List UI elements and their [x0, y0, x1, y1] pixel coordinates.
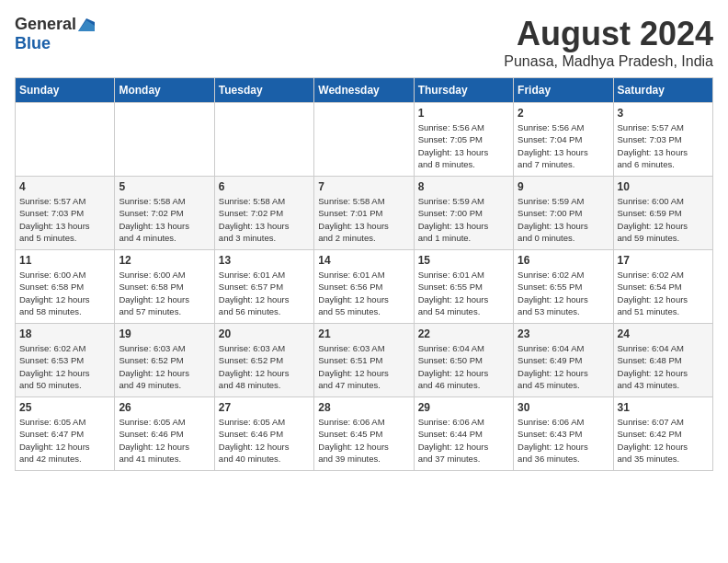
calendar-cell: 8Sunrise: 5:59 AM Sunset: 7:00 PM Daylig…	[414, 177, 513, 250]
weekday-header-thursday: Thursday	[414, 78, 513, 103]
day-info: Sunrise: 6:05 AM Sunset: 6:47 PM Dayligh…	[19, 416, 110, 465]
day-number: 20	[219, 327, 310, 340]
day-info: Sunrise: 6:02 AM Sunset: 6:53 PM Dayligh…	[19, 342, 110, 391]
calendar-cell: 29Sunrise: 6:06 AM Sunset: 6:44 PM Dayli…	[414, 397, 513, 471]
day-number: 10	[618, 180, 709, 193]
calendar-cell: 18Sunrise: 6:02 AM Sunset: 6:53 PM Dayli…	[16, 324, 115, 397]
calendar-cell: 16Sunrise: 6:02 AM Sunset: 6:55 PM Dayli…	[514, 250, 613, 324]
calendar-cell: 10Sunrise: 6:00 AM Sunset: 6:59 PM Dayli…	[613, 177, 712, 250]
day-info: Sunrise: 6:00 AM Sunset: 6:58 PM Dayligh…	[119, 269, 210, 317]
logo-icon	[78, 18, 95, 31]
day-number: 3	[618, 107, 709, 120]
weekday-header-friday: Friday	[514, 78, 613, 103]
day-number: 27	[219, 401, 310, 414]
day-info: Sunrise: 6:06 AM Sunset: 6:43 PM Dayligh…	[518, 416, 609, 465]
logo-general-text: General	[15, 15, 76, 34]
calendar-cell	[314, 103, 414, 177]
calendar-cell: 26Sunrise: 6:05 AM Sunset: 6:46 PM Dayli…	[115, 397, 214, 471]
day-number: 9	[518, 180, 609, 193]
logo-blue-text: Blue	[15, 34, 51, 53]
weekday-header-tuesday: Tuesday	[214, 78, 313, 103]
day-info: Sunrise: 5:56 AM Sunset: 7:05 PM Dayligh…	[418, 121, 509, 170]
weekday-header-monday: Monday	[115, 78, 214, 103]
day-number: 8	[418, 180, 509, 193]
day-number: 15	[418, 254, 509, 267]
calendar-cell: 20Sunrise: 6:03 AM Sunset: 6:52 PM Dayli…	[214, 324, 313, 397]
week-row-5: 25Sunrise: 6:05 AM Sunset: 6:47 PM Dayli…	[16, 397, 713, 471]
day-number: 2	[518, 107, 609, 120]
day-number: 21	[318, 327, 409, 340]
calendar-cell	[115, 103, 214, 177]
week-row-4: 18Sunrise: 6:02 AM Sunset: 6:53 PM Dayli…	[16, 324, 713, 397]
day-number: 22	[418, 327, 509, 340]
day-info: Sunrise: 6:04 AM Sunset: 6:48 PM Dayligh…	[618, 342, 709, 391]
day-info: Sunrise: 6:07 AM Sunset: 6:42 PM Dayligh…	[618, 416, 709, 465]
title-section: August 2024 Punasa, Madhya Pradesh, Indi…	[504, 15, 713, 70]
day-info: Sunrise: 5:58 AM Sunset: 7:02 PM Dayligh…	[219, 195, 310, 244]
calendar-cell: 5Sunrise: 5:58 AM Sunset: 7:02 PM Daylig…	[115, 177, 214, 250]
logo: General Blue	[15, 15, 95, 53]
day-number: 26	[119, 401, 210, 414]
day-info: Sunrise: 6:01 AM Sunset: 6:56 PM Dayligh…	[318, 269, 409, 317]
calendar-cell: 15Sunrise: 6:01 AM Sunset: 6:55 PM Dayli…	[414, 250, 513, 324]
day-number: 25	[19, 401, 110, 414]
day-number: 1	[418, 107, 509, 120]
calendar-cell: 22Sunrise: 6:04 AM Sunset: 6:50 PM Dayli…	[414, 324, 513, 397]
weekday-header-wednesday: Wednesday	[314, 78, 414, 103]
day-info: Sunrise: 5:57 AM Sunset: 7:03 PM Dayligh…	[19, 195, 110, 244]
week-row-3: 11Sunrise: 6:00 AM Sunset: 6:58 PM Dayli…	[16, 250, 713, 324]
location-title: Punasa, Madhya Pradesh, India	[504, 53, 713, 70]
weekday-header-row: SundayMondayTuesdayWednesdayThursdayFrid…	[16, 78, 713, 103]
header: General Blue August 2024 Punasa, Madhya …	[15, 15, 713, 70]
calendar-cell: 4Sunrise: 5:57 AM Sunset: 7:03 PM Daylig…	[16, 177, 115, 250]
day-info: Sunrise: 5:58 AM Sunset: 7:01 PM Dayligh…	[318, 195, 409, 244]
day-number: 23	[518, 327, 609, 340]
calendar-body: 1Sunrise: 5:56 AM Sunset: 7:05 PM Daylig…	[16, 103, 713, 471]
week-row-2: 4Sunrise: 5:57 AM Sunset: 7:03 PM Daylig…	[16, 177, 713, 250]
day-number: 11	[19, 254, 110, 267]
day-info: Sunrise: 6:04 AM Sunset: 6:49 PM Dayligh…	[518, 342, 609, 391]
day-info: Sunrise: 6:00 AM Sunset: 6:59 PM Dayligh…	[618, 195, 709, 244]
day-number: 5	[119, 180, 210, 193]
day-info: Sunrise: 5:57 AM Sunset: 7:03 PM Dayligh…	[618, 121, 709, 170]
calendar-cell: 27Sunrise: 6:05 AM Sunset: 6:46 PM Dayli…	[214, 397, 313, 471]
day-info: Sunrise: 6:03 AM Sunset: 6:52 PM Dayligh…	[119, 342, 210, 391]
calendar-cell: 25Sunrise: 6:05 AM Sunset: 6:47 PM Dayli…	[16, 397, 115, 471]
calendar-cell: 9Sunrise: 5:59 AM Sunset: 7:00 PM Daylig…	[514, 177, 613, 250]
calendar-cell: 14Sunrise: 6:01 AM Sunset: 6:56 PM Dayli…	[314, 250, 414, 324]
calendar-cell	[214, 103, 313, 177]
day-info: Sunrise: 6:00 AM Sunset: 6:58 PM Dayligh…	[19, 269, 110, 317]
day-number: 16	[518, 254, 609, 267]
calendar-cell: 7Sunrise: 5:58 AM Sunset: 7:01 PM Daylig…	[314, 177, 414, 250]
calendar-cell: 11Sunrise: 6:00 AM Sunset: 6:58 PM Dayli…	[16, 250, 115, 324]
day-number: 14	[318, 254, 409, 267]
day-info: Sunrise: 5:59 AM Sunset: 7:00 PM Dayligh…	[418, 195, 509, 244]
calendar-cell: 28Sunrise: 6:06 AM Sunset: 6:45 PM Dayli…	[314, 397, 414, 471]
calendar-cell: 23Sunrise: 6:04 AM Sunset: 6:49 PM Dayli…	[514, 324, 613, 397]
calendar-cell: 24Sunrise: 6:04 AM Sunset: 6:48 PM Dayli…	[613, 324, 712, 397]
day-number: 17	[618, 254, 709, 267]
day-info: Sunrise: 6:03 AM Sunset: 6:52 PM Dayligh…	[219, 342, 310, 391]
day-info: Sunrise: 6:04 AM Sunset: 6:50 PM Dayligh…	[418, 342, 509, 391]
day-info: Sunrise: 6:05 AM Sunset: 6:46 PM Dayligh…	[119, 416, 210, 465]
day-info: Sunrise: 6:02 AM Sunset: 6:55 PM Dayligh…	[518, 269, 609, 317]
day-number: 19	[119, 327, 210, 340]
day-info: Sunrise: 6:01 AM Sunset: 6:57 PM Dayligh…	[219, 269, 310, 317]
day-number: 18	[19, 327, 110, 340]
week-row-1: 1Sunrise: 5:56 AM Sunset: 7:05 PM Daylig…	[16, 103, 713, 177]
month-title: August 2024	[504, 15, 713, 53]
day-info: Sunrise: 5:58 AM Sunset: 7:02 PM Dayligh…	[119, 195, 210, 244]
day-number: 13	[219, 254, 310, 267]
calendar-cell: 6Sunrise: 5:58 AM Sunset: 7:02 PM Daylig…	[214, 177, 313, 250]
calendar-cell: 12Sunrise: 6:00 AM Sunset: 6:58 PM Dayli…	[115, 250, 214, 324]
day-info: Sunrise: 6:01 AM Sunset: 6:55 PM Dayligh…	[418, 269, 509, 317]
day-number: 7	[318, 180, 409, 193]
day-info: Sunrise: 6:06 AM Sunset: 6:44 PM Dayligh…	[418, 416, 509, 465]
day-number: 29	[418, 401, 509, 414]
weekday-header-sunday: Sunday	[16, 78, 115, 103]
calendar-table: SundayMondayTuesdayWednesdayThursdayFrid…	[15, 77, 713, 471]
calendar-cell: 1Sunrise: 5:56 AM Sunset: 7:05 PM Daylig…	[414, 103, 513, 177]
calendar-cell: 21Sunrise: 6:03 AM Sunset: 6:51 PM Dayli…	[314, 324, 414, 397]
calendar-cell: 30Sunrise: 6:06 AM Sunset: 6:43 PM Dayli…	[514, 397, 613, 471]
day-info: Sunrise: 6:06 AM Sunset: 6:45 PM Dayligh…	[318, 416, 409, 465]
